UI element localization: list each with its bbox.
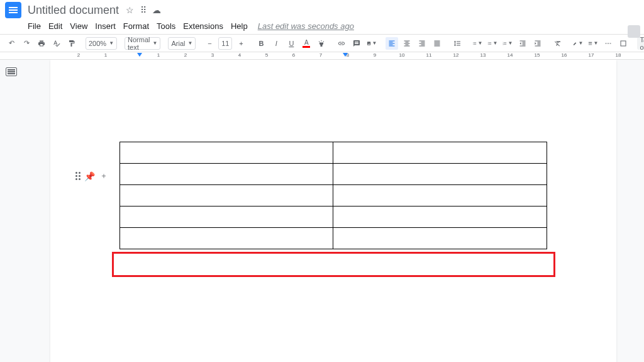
border-color-button[interactable]: ▼ bbox=[572, 37, 584, 50]
text-color-button[interactable]: A bbox=[300, 37, 313, 50]
print-button[interactable] bbox=[35, 37, 48, 50]
table-cell[interactable] bbox=[333, 164, 547, 185]
align-justify-button[interactable] bbox=[431, 37, 443, 50]
ruler-number: 2 bbox=[77, 52, 80, 58]
font-size-input[interactable]: 11 bbox=[218, 37, 232, 50]
table-cell[interactable] bbox=[119, 206, 333, 228]
ruler-number: 7 bbox=[319, 52, 322, 58]
italic-button[interactable]: I bbox=[270, 37, 282, 50]
menu-format[interactable]: Format bbox=[123, 21, 149, 31]
document-title[interactable]: Untitled document bbox=[28, 4, 119, 17]
document-table[interactable] bbox=[119, 142, 547, 249]
zoom-select[interactable]: 200%▼ bbox=[86, 37, 117, 50]
add-comment-button[interactable] bbox=[350, 37, 363, 50]
star-icon[interactable]: ☆ bbox=[126, 5, 134, 15]
title-icons: ☆ ⠿ ☁ bbox=[124, 5, 163, 15]
row-controls: 📌 ＋ bbox=[75, 171, 109, 181]
insert-link-button[interactable] bbox=[335, 37, 348, 50]
ruler-number: 1 bbox=[104, 52, 107, 58]
menu-insert[interactable]: Insert bbox=[95, 21, 116, 31]
move-icon[interactable]: ⠿ bbox=[140, 5, 147, 15]
ruler-number: 10 bbox=[399, 52, 405, 58]
caret-down-icon: ▼ bbox=[109, 40, 114, 46]
table-cell[interactable] bbox=[333, 185, 547, 206]
ruler-number: 2 bbox=[184, 52, 187, 58]
ruler-number: 4 bbox=[238, 52, 241, 58]
table-cell[interactable] bbox=[119, 185, 333, 206]
document-outline-icon[interactable] bbox=[6, 67, 17, 76]
pin-row-icon[interactable]: 📌 bbox=[84, 171, 95, 181]
ruler-number: 18 bbox=[616, 52, 621, 58]
cell-background-button[interactable] bbox=[617, 37, 630, 50]
paragraph-style-select[interactable]: Normal text▼ bbox=[125, 37, 160, 50]
redo-button[interactable]: ↷ bbox=[20, 37, 33, 50]
bulleted-list-button[interactable]: ▼ bbox=[486, 37, 499, 50]
workspace: 📌 ＋ bbox=[0, 60, 644, 362]
underline-button[interactable]: U bbox=[285, 37, 297, 50]
menu-edit[interactable]: Edit bbox=[48, 21, 62, 31]
border-width-button[interactable]: ▼ bbox=[587, 37, 599, 50]
table-cell[interactable] bbox=[333, 206, 547, 228]
menu-file[interactable]: File bbox=[28, 21, 41, 31]
table-cell[interactable] bbox=[119, 164, 333, 185]
highlight-color-button[interactable] bbox=[315, 37, 328, 50]
caret-down-icon: ▼ bbox=[187, 40, 192, 46]
increase-font-size-button[interactable]: + bbox=[235, 37, 247, 50]
side-panel-toggle-icon[interactable] bbox=[628, 25, 640, 38]
last-edit-text[interactable]: Last edit was seconds ago bbox=[258, 21, 354, 31]
table-cell[interactable] bbox=[333, 142, 547, 164]
table-wrapper: 📌 ＋ bbox=[50, 142, 616, 249]
spellcheck-button[interactable] bbox=[50, 37, 63, 50]
checklist-button[interactable]: ▼ bbox=[471, 37, 484, 50]
table-row[interactable] bbox=[119, 185, 547, 206]
ruler-number: 1 bbox=[157, 52, 160, 58]
table-cell[interactable] bbox=[119, 228, 333, 249]
table-cell[interactable] bbox=[333, 228, 547, 249]
title-row: Untitled document ☆ ⠿ ☁ bbox=[0, 0, 644, 20]
increase-indent-button[interactable] bbox=[531, 37, 544, 50]
decrease-indent-button[interactable] bbox=[516, 37, 529, 50]
page-area[interactable]: 📌 ＋ bbox=[22, 60, 644, 362]
numbered-list-button[interactable]: ▼ bbox=[501, 37, 514, 50]
ruler-number: 13 bbox=[480, 52, 486, 58]
menu-extensions[interactable]: Extensions bbox=[183, 21, 223, 31]
align-right-button[interactable] bbox=[416, 37, 428, 50]
toolbar: ↶ ↷ 200%▼ Normal text▼ Arial▼ − 11 + B I… bbox=[0, 35, 644, 52]
clear-formatting-button[interactable] bbox=[552, 37, 564, 50]
border-dash-button[interactable] bbox=[602, 37, 614, 50]
menu-view[interactable]: View bbox=[70, 21, 87, 31]
ruler-left-indent-marker[interactable] bbox=[137, 53, 142, 57]
caret-down-icon: ▼ bbox=[372, 40, 377, 46]
decrease-font-size-button[interactable]: − bbox=[203, 37, 216, 50]
undo-button[interactable]: ↶ bbox=[5, 37, 18, 50]
table-cell[interactable] bbox=[119, 142, 333, 164]
document-page[interactable]: 📌 ＋ bbox=[50, 60, 616, 362]
menu-tools[interactable]: Tools bbox=[157, 21, 175, 31]
table-row[interactable] bbox=[119, 206, 547, 228]
docs-logo-icon[interactable] bbox=[5, 2, 21, 18]
drag-handle-icon[interactable] bbox=[75, 172, 80, 180]
add-row-icon[interactable]: ＋ bbox=[99, 171, 109, 181]
line-spacing-button[interactable] bbox=[451, 37, 464, 50]
ruler-number: 5 bbox=[265, 52, 268, 58]
table-options-button[interactable]: Table options bbox=[637, 37, 644, 50]
outline-gutter bbox=[0, 60, 22, 362]
bold-button[interactable]: B bbox=[255, 37, 267, 50]
align-left-button[interactable] bbox=[386, 37, 398, 50]
font-select[interactable]: Arial▼ bbox=[168, 37, 196, 50]
menu-help[interactable]: Help bbox=[231, 21, 248, 31]
horizontal-ruler[interactable]: 21123456789101112131415161718 bbox=[0, 52, 644, 60]
paint-format-button[interactable] bbox=[65, 37, 78, 50]
ruler-ticks: 21123456789101112131415161718 bbox=[0, 52, 644, 59]
ruler-number: 17 bbox=[589, 52, 594, 58]
ruler-right-indent-marker[interactable] bbox=[343, 53, 348, 57]
ruler-number: 16 bbox=[562, 52, 567, 58]
table-row[interactable] bbox=[119, 228, 547, 249]
cloud-status-icon[interactable]: ☁ bbox=[152, 5, 161, 15]
table-row[interactable] bbox=[119, 142, 547, 164]
insert-image-button[interactable]: ▼ bbox=[365, 37, 378, 50]
align-center-button[interactable] bbox=[401, 37, 413, 50]
table-row[interactable] bbox=[119, 164, 547, 185]
ruler-number: 14 bbox=[508, 52, 513, 58]
ruler-number: 15 bbox=[535, 52, 540, 58]
